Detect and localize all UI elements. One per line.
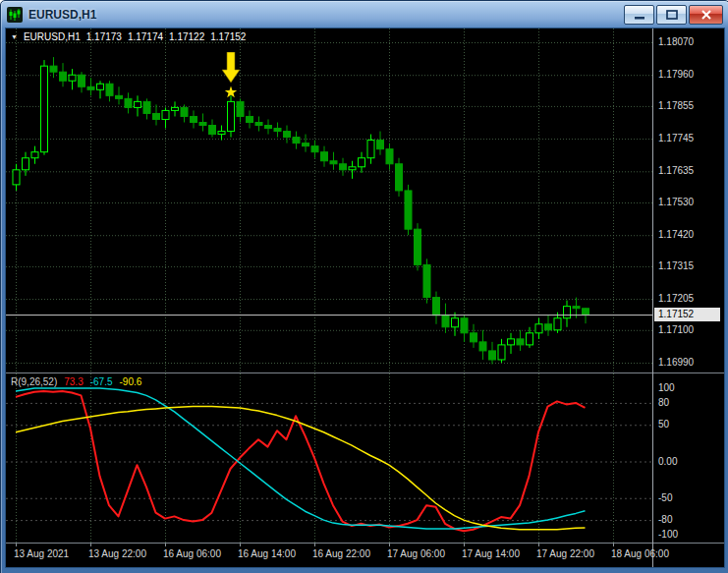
ohlc-readout: ▼ EURUSD,H1 1.17173 1.17174 1.17122 1.17… xyxy=(11,31,246,42)
price-tick-label: 1.17960 xyxy=(658,69,694,81)
maximize-icon xyxy=(658,7,685,23)
high-value: 1.17174 xyxy=(128,31,163,42)
time-tick xyxy=(613,544,614,546)
minimize-button[interactable] xyxy=(624,5,654,25)
window-controls xyxy=(624,5,723,25)
indicator-tick-label: -100 xyxy=(658,529,678,541)
open-value: 1.17173 xyxy=(86,31,122,42)
symbol-period-label: EURUSD,H1 xyxy=(24,31,81,42)
time-tick xyxy=(240,544,241,546)
time-axis-label: 16 Aug 06:00 xyxy=(163,548,221,559)
price-tick-label: 1.17420 xyxy=(658,229,694,241)
time-axis-label: 16 Aug 22:00 xyxy=(312,548,370,559)
time-tick xyxy=(16,544,17,546)
time-tick xyxy=(538,544,539,546)
price-tick-label: 1.17530 xyxy=(658,197,694,208)
symbol-dropdown-icon[interactable]: ▼ xyxy=(11,33,18,40)
chart-client-area: ▼ EURUSD,H1 1.17173 1.17174 1.17122 1.17… xyxy=(5,28,725,568)
close-icon xyxy=(690,7,722,23)
price-tick-label: 1.17855 xyxy=(658,100,694,112)
time-axis-label: 17 Aug 06:00 xyxy=(387,548,445,559)
indicator-chart[interactable] xyxy=(6,373,652,543)
current-price-badge: 1.17152 xyxy=(654,308,720,321)
window-title: EURUSD,H1 xyxy=(28,8,624,22)
time-tick xyxy=(464,544,465,546)
close-button[interactable] xyxy=(689,5,723,25)
indicator-label: R(9,26,52) 73.3 -67.5 -90.6 xyxy=(11,376,141,387)
time-tick xyxy=(314,544,315,546)
title-bar[interactable]: EURUSD,H1 xyxy=(1,1,728,28)
indicator-tick-label: 50 xyxy=(658,419,669,430)
price-tick-label: 1.18070 xyxy=(658,36,694,48)
indicator-tick-label: 100 xyxy=(658,382,675,394)
chart-app-icon xyxy=(7,7,23,23)
close-value: 1.17152 xyxy=(210,31,246,42)
price-chart[interactable] xyxy=(6,29,652,372)
indicator-tick-label: -50 xyxy=(658,492,672,504)
price-tick-label: 1.16990 xyxy=(658,357,694,369)
price-tick-label: 1.17745 xyxy=(658,133,694,144)
indicator-value-2: -67.5 xyxy=(90,376,113,387)
time-tick xyxy=(165,544,166,546)
price-axis[interactable]: 1.17152 1.180701.179601.178551.177451.17… xyxy=(652,29,724,567)
maximize-button[interactable] xyxy=(656,5,687,25)
price-tick-label: 1.17100 xyxy=(658,324,694,336)
time-axis-label: 16 Aug 14:00 xyxy=(238,548,296,559)
indicator-name: R(9,26,52) xyxy=(11,376,57,387)
time-tick xyxy=(90,544,91,546)
time-axis-label: 18 Aug 06:00 xyxy=(611,548,669,559)
indicator-tick-label: -80 xyxy=(658,514,672,526)
indicator-tick-label: 0.00 xyxy=(658,456,677,468)
indicator-tick-label: 80 xyxy=(658,397,669,409)
indicator-value-1: 73.3 xyxy=(64,376,83,387)
time-axis-label: 13 Aug 2021 xyxy=(14,548,69,559)
time-axis-label: 17 Aug 14:00 xyxy=(462,548,520,559)
time-tick xyxy=(389,544,390,546)
time-axis-label: 13 Aug 22:00 xyxy=(88,548,146,559)
price-tick-label: 1.17635 xyxy=(658,165,694,177)
indicator-value-3: -90.6 xyxy=(120,376,142,387)
time-axis[interactable]: 13 Aug 202113 Aug 22:0016 Aug 06:0016 Au… xyxy=(6,544,724,567)
time-axis-label: 17 Aug 22:00 xyxy=(536,548,594,559)
chart-window: EURUSD,H1 ▼ EURUSD,H1 1.17173 1.17174 1.… xyxy=(0,0,728,573)
price-tick-label: 1.17315 xyxy=(658,260,694,272)
low-value: 1.17122 xyxy=(169,31,204,42)
minimize-icon xyxy=(626,7,652,23)
price-tick-label: 1.17205 xyxy=(658,293,694,305)
